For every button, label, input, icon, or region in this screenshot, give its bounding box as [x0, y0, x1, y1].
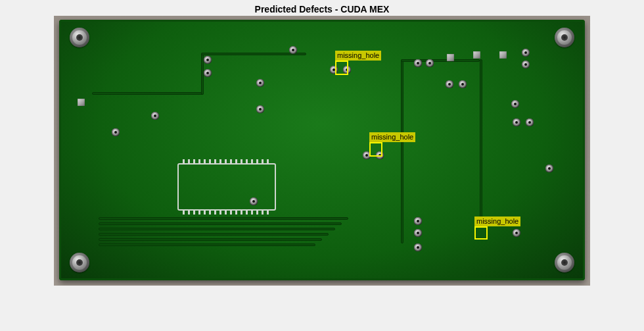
- pcb-board: [59, 20, 585, 280]
- mount-hole-tr: [555, 28, 574, 47]
- mount-hole-bl: [70, 253, 89, 272]
- detection-label: missing_hole: [369, 132, 415, 142]
- ic-silkscreen: [177, 163, 276, 211]
- mount-hole-br: [555, 253, 574, 272]
- figure-title: Predicted Defects - CUDA MEX: [255, 4, 390, 14]
- detection-bbox[interactable]: missing_hole: [369, 142, 382, 157]
- detection-label: missing_hole: [474, 216, 520, 226]
- detection-bbox[interactable]: missing_hole: [474, 226, 488, 240]
- detection-bbox[interactable]: missing_hole: [335, 61, 348, 75]
- figure-window: Predicted Defects - CUDA MEX: [0, 0, 644, 331]
- detection-label: missing_hole: [335, 51, 381, 61]
- axes-image-area[interactable]: missing_holemissing_holemissing_hole: [54, 16, 590, 286]
- mount-hole-tl: [70, 28, 89, 47]
